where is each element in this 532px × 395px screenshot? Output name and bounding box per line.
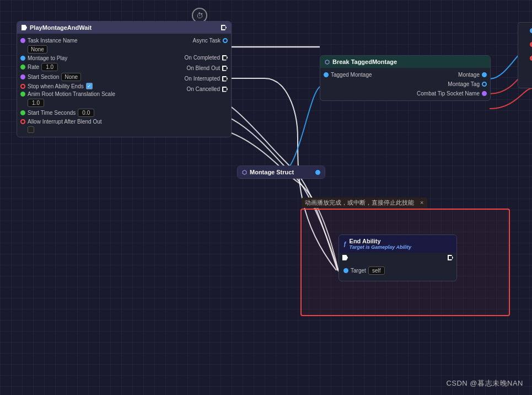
stop-ability-pin[interactable] <box>20 84 25 89</box>
break-tagged-montage-node: ⬡ Break TaggedMontage Tagged Montage Mon… <box>320 55 491 101</box>
task-instance-value-row: None <box>28 45 121 54</box>
montage-out-row: Montage <box>409 72 487 78</box>
partial-pin-1[interactable] <box>530 28 532 33</box>
start-section-label: Start Section <box>28 74 59 80</box>
montage-struct-node: ⬡ Montage Struct <box>237 166 325 179</box>
start-time-row: Start Time Seconds 0.0 <box>20 109 121 117</box>
end-ability-subtitle: Target is Gameplay Ability <box>350 244 411 250</box>
end-ability-header: ƒ End Ability Target is Gameplay Ability <box>339 235 456 253</box>
stop-ability-checkbox[interactable]: ✓ <box>86 83 93 89</box>
montage-struct-header: ⬡ Montage Struct <box>238 166 325 178</box>
on-cancelled-pin[interactable] <box>222 87 228 92</box>
on-interrupted-label: On Interrupted <box>185 76 220 82</box>
partial-node-right <box>518 22 532 88</box>
canvas: ⏱ PlayMontageAndWait Task Instance Name … <box>0 0 532 395</box>
on-completed-pin[interactable] <box>222 55 228 61</box>
montage-to-play-label: Montage to Play <box>28 55 67 61</box>
play-montage-header: PlayMontageAndWait <box>17 22 231 34</box>
montage-out-label: Montage <box>458 72 480 78</box>
break-tagged-outputs: Montage Montage Tag Combat Tip Socket Na… <box>405 68 490 100</box>
target-label: Target <box>351 268 366 274</box>
montage-to-play-pin[interactable] <box>20 56 25 61</box>
task-instance-name-row: Task Instance Name <box>20 38 121 44</box>
comment-text: 动画播放完成，或中断，直接停止此技能 <box>305 199 414 206</box>
allow-interrupt-checkbox[interactable] <box>28 126 34 133</box>
on-blend-out-row: On Blend Out <box>127 65 228 71</box>
async-task-label: Async Task <box>193 38 221 44</box>
montage-struct-icon: ⬡ <box>242 169 247 175</box>
end-ability-node: ƒ End Ability Target is Gameplay Ability… <box>338 234 457 281</box>
exec-out-pin[interactable] <box>221 25 227 30</box>
anim-root-label-row: Anim Root Motion Translation Scale <box>20 91 121 97</box>
on-completed-label: On Completed <box>185 55 220 61</box>
anim-root-pin[interactable] <box>20 92 25 97</box>
start-section-pin[interactable] <box>20 74 25 79</box>
allow-interrupt-pin[interactable] <box>20 119 25 124</box>
rate-value[interactable]: 1.0 <box>41 63 58 71</box>
target-pin[interactable] <box>343 268 348 273</box>
montage-struct-title: Montage Struct <box>250 169 294 175</box>
on-blend-out-label: On Blend Out <box>186 65 220 71</box>
task-instance-value[interactable]: None <box>28 45 47 54</box>
combat-tip-pin[interactable] <box>482 91 487 96</box>
montage-struct-out-pin[interactable] <box>315 170 320 175</box>
end-ability-title: End Ability <box>350 238 411 244</box>
start-time-label: Start Time Seconds <box>28 110 76 116</box>
combat-tip-row: Combat Tip Socket Name <box>409 90 487 97</box>
end-ability-exec-row <box>339 253 456 263</box>
start-section-value[interactable]: None <box>61 73 81 81</box>
stop-ability-row: Stop when Ability Ends ✓ <box>20 83 121 89</box>
montage-out-pin[interactable] <box>482 72 487 77</box>
start-time-value[interactable]: 0.0 <box>78 109 94 117</box>
anim-root-value[interactable]: 1.0 <box>28 99 44 107</box>
exec-in-pin[interactable] <box>22 25 27 30</box>
break-tagged-header: ⬡ Break TaggedMontage <box>320 56 490 68</box>
partial-pin-2[interactable] <box>530 42 532 47</box>
allow-interrupt-checkbox-row <box>28 126 121 133</box>
tagged-montage-in-pin[interactable] <box>324 72 329 77</box>
montage-tag-pin[interactable] <box>482 82 487 87</box>
on-interrupted-row: On Interrupted <box>127 76 228 82</box>
rate-pin[interactable] <box>20 65 25 70</box>
task-instance-label: Task Instance Name <box>28 38 78 44</box>
combat-tip-label: Combat Tip Socket Name <box>417 90 480 97</box>
partial-pin-3[interactable] <box>530 56 532 61</box>
play-montage-node: PlayMontageAndWait Task Instance Name No… <box>17 21 232 137</box>
play-montage-inputs: Task Instance Name None Montage to Play … <box>17 34 124 137</box>
exec-out-container <box>448 255 453 260</box>
async-task-row: Async Task <box>127 38 228 44</box>
task-instance-pin[interactable] <box>20 38 25 43</box>
play-montage-outputs: Async Task On Completed On Blend Out On … <box>124 34 231 137</box>
allow-interrupt-row: Allow Interrupt After Blend Out <box>20 119 121 125</box>
end-ability-exec-out[interactable] <box>448 255 453 260</box>
struct-icon: ⬡ <box>325 59 330 65</box>
on-completed-row: On Completed <box>127 55 228 61</box>
tagged-montage-input-row: Tagged Montage <box>324 72 402 78</box>
watermark: CSDN @暮志未晚NAN <box>446 378 523 388</box>
comment-close-btn[interactable]: × <box>420 199 423 206</box>
tagged-montage-in-label: Tagged Montage <box>331 72 372 78</box>
rate-row: Rate 1.0 <box>20 63 121 71</box>
break-tagged-inputs: Tagged Montage <box>320 68 405 100</box>
montage-tag-row: Montage Tag <box>409 81 487 87</box>
montage-to-play-row: Montage to Play <box>20 55 121 61</box>
on-cancelled-row: On Cancelled <box>127 86 228 92</box>
target-value[interactable]: self <box>368 266 385 275</box>
func-icon: ƒ <box>343 241 347 247</box>
exec-in-container <box>342 255 348 260</box>
anim-root-label: Anim Root Motion Translation Scale <box>28 91 115 97</box>
rate-label: Rate <box>28 64 39 70</box>
comment-box-label: 动画播放完成，或中断，直接停止此技能 × <box>302 198 427 208</box>
anim-root-value-row: 1.0 <box>28 99 121 107</box>
start-section-row: Start Section None <box>20 73 121 81</box>
montage-tag-label: Montage Tag <box>448 81 480 87</box>
start-time-pin[interactable] <box>20 110 25 115</box>
on-interrupted-pin[interactable] <box>222 76 228 82</box>
break-tagged-title: Break TaggedMontage <box>332 58 397 65</box>
end-ability-exec-in[interactable] <box>342 255 348 260</box>
on-blend-out-pin[interactable] <box>222 66 228 71</box>
allow-interrupt-label: Allow Interrupt After Blend Out <box>28 119 102 125</box>
async-task-pin[interactable] <box>223 38 228 43</box>
on-cancelled-label: On Cancelled <box>186 86 220 92</box>
play-montage-title: PlayMontageAndWait <box>30 24 92 31</box>
